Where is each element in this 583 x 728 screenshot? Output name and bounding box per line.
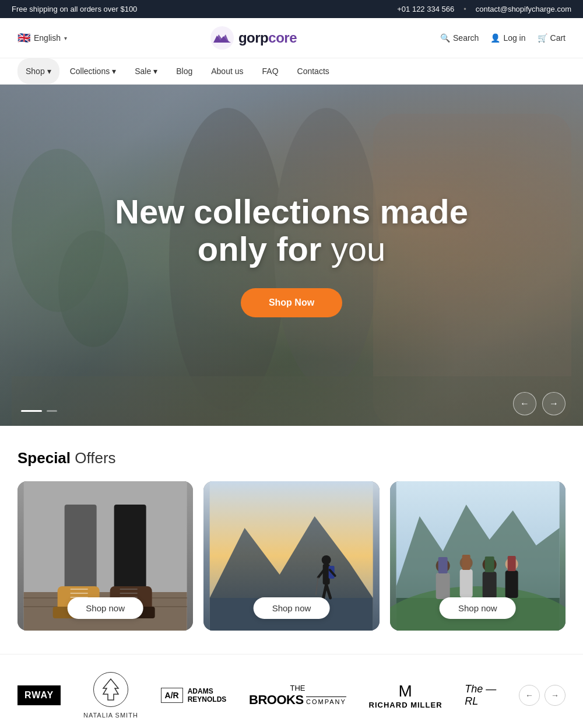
chevron-down-icon: ▾ (153, 66, 157, 76)
search-icon: 🔍 (440, 33, 450, 43)
hero-section: New collections made only for you Shop N… (0, 85, 583, 426)
section-title: Special Offers (17, 449, 566, 467)
brands-next-button[interactable]: → (545, 685, 566, 706)
flag-icon: 🇬🇧 (17, 32, 30, 44)
the-rl-logo: The —RL (465, 683, 496, 708)
brand-natalia-smith[interactable]: NATALIA SMITH (83, 672, 138, 719)
hero-cta-button[interactable]: Shop Now (241, 288, 342, 317)
brands-row: RWAY NATALIA SMITH A/R ADAMSREYNOLDS THE… (17, 672, 566, 719)
language-label: English (34, 33, 61, 43)
svg-rect-49 (507, 556, 515, 571)
offer-card-1[interactable]: Shop now (17, 481, 193, 631)
svg-rect-40 (438, 557, 447, 573)
richard-miller-logo: M RICHARD MILLER (369, 682, 442, 709)
section-title-light: Offers (71, 449, 116, 467)
cart-label: Cart (550, 33, 566, 43)
svg-rect-11 (65, 505, 97, 595)
svg-rect-39 (436, 573, 449, 599)
header-actions: 🔍 Search 👤 Log in 🛒 Cart (440, 33, 566, 43)
m-icon: M (369, 682, 442, 701)
svg-rect-12 (114, 505, 146, 595)
brooks-name: BROOKS (249, 692, 304, 707)
indicator-2[interactable] (47, 410, 57, 412)
phone-number: +01 122 334 566 (397, 5, 454, 13)
email-address: contact@shopifycharge.com (476, 5, 571, 13)
svg-rect-42 (459, 569, 472, 597)
nav-item-blog[interactable]: Blog (168, 58, 201, 84)
hero-navigation: ← → (513, 392, 566, 415)
svg-rect-45 (482, 572, 496, 598)
nav-contacts-label: Contacts (297, 66, 329, 76)
adams-reynolds-text: ADAMSREYNOLDS (188, 687, 227, 704)
brooks-logo: THE BROOKS COMPANY (249, 684, 346, 708)
shipping-message: Free shipping on all orders over $100 (12, 5, 137, 13)
svg-rect-46 (484, 556, 494, 572)
nav-item-collections[interactable]: Collections ▾ (62, 58, 124, 84)
nav-faq-label: FAQ (262, 66, 279, 76)
nav-collections-label: Collections (70, 66, 110, 76)
adams-reynolds-logo: A/R ADAMSREYNOLDS (161, 687, 227, 704)
logo[interactable]: gorpcore (210, 26, 297, 50)
login-button[interactable]: 👤 Log in (490, 33, 525, 43)
logo-text: gorpcore (238, 30, 297, 46)
hero-title-bold: only for (198, 230, 331, 268)
language-selector[interactable]: 🇬🇧 English ▾ (17, 32, 67, 44)
svg-rect-43 (462, 555, 470, 570)
nav-item-shop[interactable]: Shop ▾ (17, 58, 59, 84)
offer-card-2[interactable]: Shop now (203, 481, 379, 631)
login-label: Log in (503, 33, 525, 43)
nav-about-label: About us (211, 66, 243, 76)
hero-prev-button[interactable]: ← (513, 392, 536, 415)
svg-rect-48 (505, 570, 518, 598)
svg-point-26 (322, 555, 331, 565)
offer-2-shop-button[interactable]: Shop now (254, 597, 330, 619)
hero-title: New collections made only for you (115, 193, 468, 268)
header: 🇬🇧 English ▾ gorpcore 🔍 Search 👤 Log in … (0, 18, 583, 58)
hero-next-button[interactable]: → (542, 392, 566, 415)
nav-item-sale[interactable]: Sale ▾ (127, 58, 166, 84)
offer-1-shop-button[interactable]: Shop now (67, 597, 143, 619)
cart-button[interactable]: 🛒 Cart (538, 33, 566, 43)
user-icon: 👤 (490, 33, 500, 43)
hero-indicators (21, 410, 57, 412)
brooks-the: THE (249, 684, 346, 692)
ar-monogram: A/R (161, 688, 183, 703)
brooks-company: COMPANY (306, 696, 346, 705)
brand-the-rl[interactable]: The —RL (465, 683, 496, 708)
separator: • (463, 5, 466, 13)
nav-item-contacts[interactable]: Contacts (289, 58, 338, 84)
hero-content: New collections made only for you Shop N… (0, 85, 583, 426)
search-button[interactable]: 🔍 Search (440, 33, 479, 43)
cart-icon: 🛒 (538, 33, 547, 43)
brands-prev-button[interactable]: ← (519, 685, 540, 706)
offer-3-shop-button[interactable]: Shop now (440, 597, 516, 619)
brand-adams-reynolds[interactable]: A/R ADAMSREYNOLDS (161, 687, 227, 704)
richard-miller-text: RICHARD MILLER (369, 701, 442, 709)
brand-rway[interactable]: RWAY (17, 685, 61, 705)
offers-grid: Shop now (17, 481, 566, 631)
rway-logo: RWAY (17, 685, 61, 705)
nav-sale-label: Sale (135, 66, 151, 76)
brand-brooks[interactable]: THE BROOKS COMPANY (249, 684, 346, 708)
top-bar: Free shipping on all orders over $100 +0… (0, 0, 583, 18)
search-label: Search (453, 33, 479, 43)
svg-marker-50 (103, 679, 118, 700)
brands-nav: ← → (519, 685, 566, 706)
logo-icon (210, 26, 234, 50)
nav-item-about[interactable]: About us (203, 58, 251, 84)
nav-item-faq[interactable]: FAQ (254, 58, 287, 84)
indicator-1[interactable] (21, 410, 42, 412)
main-nav: Shop ▾ Collections ▾ Sale ▾ Blog About u… (0, 58, 583, 85)
contact-info: +01 122 334 566 • contact@shopifycharge.… (397, 5, 571, 13)
nav-shop-label: Shop (26, 66, 45, 76)
hero-title-light: you (331, 230, 386, 268)
section-title-bold: Special (17, 449, 71, 467)
natalia-smith-label: NATALIA SMITH (83, 712, 138, 719)
chevron-down-icon: ▾ (112, 66, 116, 76)
nav-blog-label: Blog (176, 66, 192, 76)
chevron-down-icon: ▾ (64, 35, 67, 41)
offer-card-3[interactable]: Shop now (390, 481, 566, 631)
brand-richard-miller[interactable]: M RICHARD MILLER (369, 682, 442, 709)
natalia-tree-logo (93, 672, 128, 707)
brands-section: RWAY NATALIA SMITH A/R ADAMSREYNOLDS THE… (0, 654, 583, 728)
